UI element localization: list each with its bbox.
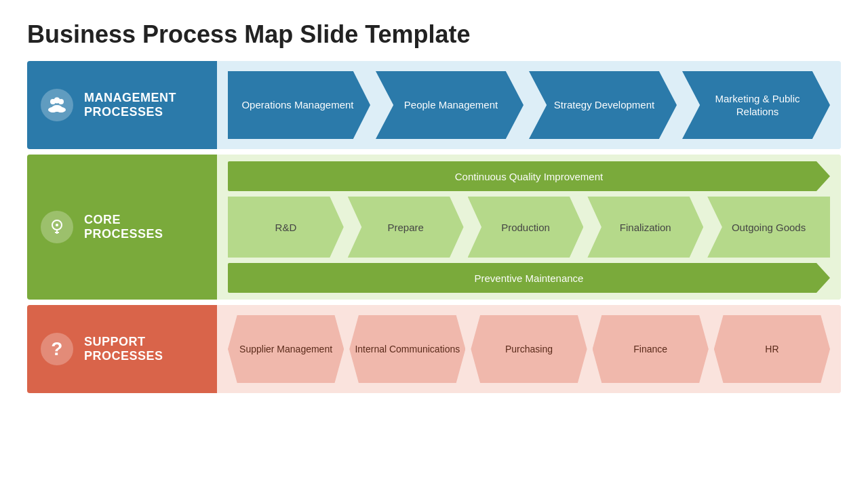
svg-point-5 [52,105,62,112]
management-item-people: People Management [376,71,524,139]
support-content: Supplier Management Internal Communicati… [217,305,841,393]
core-bottom-banner: Preventive Maintenance [228,263,830,293]
management-label-text: MANAGEMENT PROCESSES [84,91,203,119]
core-row: CORE PROCESSES Continuous Quality Improv… [27,155,841,300]
core-item-finalization: Finalization [587,197,703,258]
management-content: Operations Management People Management … [217,61,841,149]
core-item-production: Production [468,197,584,258]
svg-point-2 [54,98,60,104]
core-top-banner: Continuous Quality Improvement [228,161,830,191]
management-item-strategy: Strategy Development [529,71,677,139]
support-item-finance: Finance [593,315,709,383]
svg-point-7 [56,224,58,226]
support-item-internal: Internal Communications [349,315,465,383]
diagram: MANAGEMENT PROCESSES Operations Manageme… [27,61,841,393]
support-label: ? SUPPORT PROCESSES [27,305,217,393]
core-icon [41,211,73,243]
page-title: Business Process Map Slide Template [27,20,841,49]
core-item-outgoing: Outgoing Goods [707,197,830,258]
support-icon: ? [41,333,73,365]
management-item-marketing: Marketing & Public Relations [682,71,830,139]
management-row: MANAGEMENT PROCESSES Operations Manageme… [27,61,841,149]
management-label: MANAGEMENT PROCESSES [27,61,217,149]
support-row: ? SUPPORT PROCESSES Supplier Management … [27,305,841,393]
core-label: CORE PROCESSES [27,155,217,300]
core-process-arrows: R&D Prepare Production Finalization Outg… [228,197,830,258]
management-icon [41,89,73,121]
core-content: Continuous Quality Improvement R&D Prepa… [217,155,841,300]
support-item-hr: HR [714,315,830,383]
core-item-rd: R&D [228,197,344,258]
management-item-ops: Operations Management [228,71,370,139]
support-item-supplier: Supplier Management [228,315,344,383]
core-item-prepare: Prepare [348,197,464,258]
core-label-text: CORE PROCESSES [84,213,203,241]
support-item-purchasing: Purchasing [471,315,587,383]
support-label-text: SUPPORT PROCESSES [84,335,203,363]
